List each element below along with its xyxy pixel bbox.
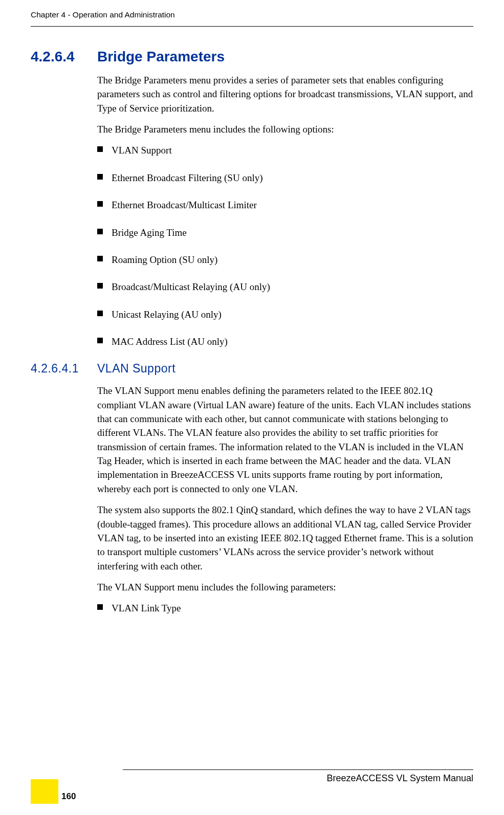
header-rule: [31, 26, 473, 27]
paragraph: The system also supports the 802.1 QinQ …: [97, 503, 473, 573]
heading-number: 4.2.6.4.1: [31, 362, 97, 376]
list-item: Ethernet Broadcast Filtering (SU only): [97, 171, 473, 185]
running-header: Chapter 4 - Operation and Administration: [31, 10, 473, 19]
list-item: Ethernet Broadcast/Multicast Limiter: [97, 198, 473, 212]
page-number-block: 160: [31, 779, 76, 804]
list-item: VLAN Link Type: [97, 601, 473, 615]
manual-title: BreezeACCESS VL System Manual: [327, 773, 473, 784]
footer-line: 160 BreezeACCESS VL System Manual: [31, 775, 473, 796]
page: Chapter 4 - Operation and Administration…: [0, 0, 504, 815]
heading-bridge-parameters: 4.2.6.4 Bridge Parameters: [31, 49, 473, 65]
list-item: Bridge Aging Time: [97, 226, 473, 239]
list-item: Roaming Option (SU only): [97, 253, 473, 267]
list-item: VLAN Support: [97, 143, 473, 157]
heading-title: Bridge Parameters: [97, 49, 225, 65]
heading-title: VLAN Support: [97, 362, 176, 376]
list-item: Unicast Relaying (AU only): [97, 307, 473, 321]
paragraph: The VLAN Support menu enables defining t…: [97, 384, 473, 496]
page-accent-box: [31, 779, 58, 804]
options-list: VLAN Support Ethernet Broadcast Filterin…: [97, 143, 473, 348]
footer: 160 BreezeACCESS VL System Manual: [31, 769, 473, 796]
paragraph: The Bridge Parameters menu provides a se…: [97, 73, 473, 115]
list-item: MAC Address List (AU only): [97, 335, 473, 348]
content-area: 4.2.6.4 Bridge Parameters The Bridge Par…: [31, 49, 473, 629]
paragraph: The Bridge Parameters menu includes the …: [97, 122, 473, 136]
options-list: VLAN Link Type: [97, 601, 473, 615]
footer-rule: [123, 769, 473, 770]
page-number: 160: [61, 791, 76, 804]
list-item: Broadcast/Multicast Relaying (AU only): [97, 280, 473, 294]
section-body: The VLAN Support menu enables defining t…: [97, 384, 473, 615]
paragraph: The VLAN Support menu includes the follo…: [97, 580, 473, 594]
heading-number: 4.2.6.4: [31, 49, 97, 65]
section-body: The Bridge Parameters menu provides a se…: [97, 73, 473, 348]
heading-vlan-support: 4.2.6.4.1 VLAN Support: [31, 362, 473, 376]
